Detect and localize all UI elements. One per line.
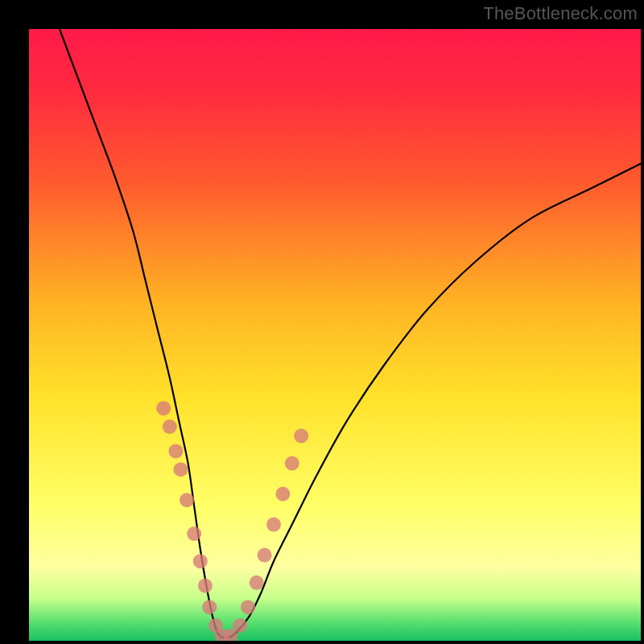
chart-frame: TheBottleneck.com xyxy=(0,0,644,644)
marker-point xyxy=(258,548,272,563)
marker-point xyxy=(250,576,264,590)
marker-point xyxy=(233,618,247,633)
marker-point xyxy=(163,419,177,434)
marker-point xyxy=(173,462,188,477)
marker-point xyxy=(294,428,308,443)
chart-svg xyxy=(29,29,641,641)
marker-point xyxy=(285,456,299,471)
plot-area xyxy=(29,29,641,641)
marker-point xyxy=(180,493,194,507)
marker-point xyxy=(202,600,217,614)
marker-point xyxy=(193,554,208,568)
gradient-background xyxy=(29,29,641,641)
marker-point xyxy=(241,600,255,614)
marker-point xyxy=(187,526,201,541)
marker-point xyxy=(198,579,213,593)
marker-point xyxy=(275,487,290,502)
marker-point xyxy=(168,444,183,458)
marker-point xyxy=(156,401,171,415)
marker-point xyxy=(266,518,281,532)
watermark-text: TheBottleneck.com xyxy=(483,3,638,24)
